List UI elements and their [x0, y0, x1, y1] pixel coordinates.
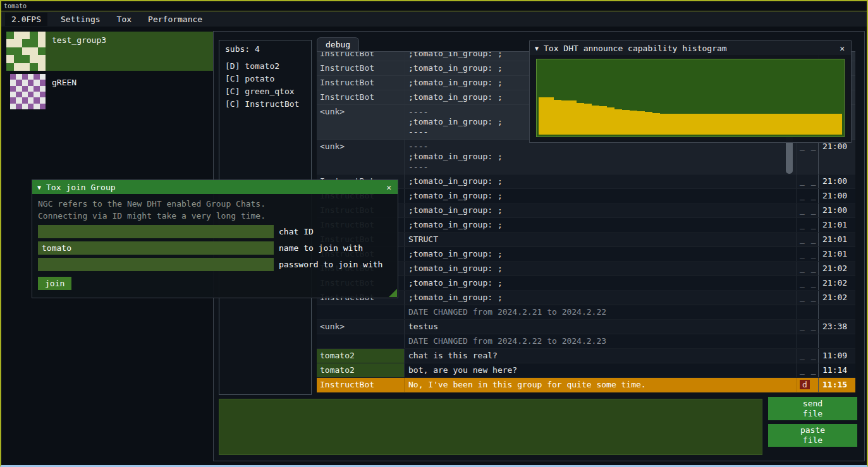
- join-name-input[interactable]: tomato: [38, 241, 274, 255]
- timestamp: [819, 305, 855, 319]
- delivery-marks: _ _: [797, 218, 819, 232]
- histogram-bar: [645, 112, 652, 135]
- histogram-bar: [569, 100, 577, 135]
- contact-avatar: [10, 74, 46, 109]
- date-separator-row[interactable]: DATE CHANGED from 2024.2.21 to 2024.2.22: [317, 305, 855, 320]
- histogram-bar: [675, 114, 683, 135]
- fps-counter: 2.0FPS: [5, 13, 47, 26]
- histogram-bar: [614, 109, 622, 135]
- timestamp: 21:02: [819, 291, 855, 305]
- join-password-input[interactable]: [38, 258, 274, 271]
- histogram-bar: [797, 114, 804, 135]
- timestamp: [819, 334, 855, 348]
- collapse-arrow-icon[interactable]: ▼: [535, 45, 539, 52]
- message-text: testus: [405, 320, 797, 334]
- message-text: No, I've been in this group for quite so…: [405, 378, 797, 392]
- histogram-bar: [812, 114, 819, 135]
- delivery-marks: _ _: [797, 363, 819, 377]
- tab-debug[interactable]: debug: [317, 37, 359, 51]
- contact-item-test-group3[interactable]: test_group3: [6, 32, 213, 71]
- subs-list-item[interactable]: [C] potato: [219, 73, 311, 85]
- histogram-bar: [630, 111, 637, 135]
- window-titlebar[interactable]: tomato: [1, 1, 867, 11]
- message-text: bot, are you new here?: [405, 363, 797, 377]
- timestamp: 21:01: [819, 218, 855, 232]
- message-text: STRUCT: [405, 233, 797, 246]
- timestamp: 21:00: [819, 140, 855, 174]
- message-text: ----;tomato_in_group: ;----: [405, 140, 797, 174]
- chat-message-row[interactable]: InstructBotNo, I've been in this group f…: [317, 378, 855, 392]
- histogram-bar: [584, 104, 592, 135]
- collapse-arrow-icon[interactable]: ▼: [37, 184, 41, 191]
- delivery-marks: [797, 305, 819, 319]
- join-name-label: name to join with: [279, 243, 363, 253]
- histogram-bar: [713, 114, 721, 135]
- histogram-bar: [774, 114, 781, 135]
- timestamp: 21:01: [819, 233, 855, 246]
- delivery-marks: _ _: [797, 262, 819, 276]
- resize-grip[interactable]: [389, 289, 397, 297]
- histogram-window: ▼ Tox DHT announce capability histogram …: [529, 40, 852, 143]
- delivery-marks: _ _: [797, 291, 819, 305]
- sender-name: tomato2: [317, 363, 405, 377]
- histogram-bar: [781, 114, 789, 135]
- timestamp: 21:02: [819, 276, 855, 290]
- join-group-titlebar[interactable]: ▼ Tox join Group ✕: [32, 180, 398, 194]
- histogram-bar: [834, 114, 842, 135]
- chat-id-input[interactable]: [38, 225, 274, 238]
- sender-name: <unk>: [317, 140, 405, 174]
- message-text: ;tomato_in_group: ;: [405, 218, 797, 232]
- menu-bar: 2.0FPSSettingsToxPerformance: [1, 11, 867, 27]
- timestamp: 11:09: [819, 349, 855, 363]
- join-info-line: NGC refers to the New DHT enabled Group …: [38, 198, 392, 210]
- chat-message-row[interactable]: <unk>----;tomato_in_group: ;----_ _21:00: [317, 140, 855, 174]
- join-group-window: ▼ Tox join Group ✕ NGC refers to the New…: [32, 179, 398, 298]
- menu-item-tox[interactable]: Tox: [109, 13, 140, 26]
- chat-message-row[interactable]: tomato2bot, are you new here?_ _11:14: [317, 363, 855, 378]
- subs-list-item[interactable]: [C] InstructBot: [219, 98, 311, 111]
- group-avatar: [6, 32, 46, 71]
- message-text: ;tomato_in_group: ;: [405, 291, 797, 305]
- timestamp: 21:00: [819, 203, 855, 217]
- delivery-marks: _ _: [797, 320, 819, 334]
- timestamp: 11:14: [819, 363, 855, 377]
- chat-message-row[interactable]: tomato2chat is this real?_ _11:09: [317, 349, 855, 363]
- histogram-bar: [827, 114, 834, 135]
- join-group-body: NGC refers to the New DHT enabled Group …: [32, 194, 398, 298]
- message-input[interactable]: [219, 399, 762, 455]
- histogram-bar: [706, 114, 713, 135]
- histogram-bar: [743, 114, 751, 135]
- histogram-bar: [804, 114, 812, 135]
- timestamp: 11:15: [819, 378, 855, 392]
- contact-name: gREEN: [52, 78, 76, 109]
- histogram-bar: [660, 114, 668, 135]
- message-text: chat is this real?: [405, 349, 797, 363]
- send-file-button[interactable]: send file: [768, 397, 857, 420]
- sender-name: <unk>: [317, 105, 405, 139]
- menu-item-performance[interactable]: Performance: [140, 13, 211, 26]
- histogram-bar: [592, 106, 599, 135]
- message-text: ;tomato_in_group: ;: [405, 174, 797, 188]
- histogram-bar: [751, 114, 759, 135]
- histogram-bar: [637, 111, 645, 135]
- histogram-bar: [652, 113, 660, 135]
- close-icon[interactable]: ✕: [838, 44, 846, 53]
- join-button[interactable]: join: [38, 277, 71, 290]
- delivery-marks: _ _: [797, 174, 819, 188]
- histogram-bar: [546, 97, 554, 135]
- histogram-bar: [819, 114, 827, 135]
- timestamp: 21:01: [819, 247, 855, 261]
- subs-list-item[interactable]: [C] green_qtox: [219, 85, 311, 98]
- menu-item-settings[interactable]: Settings: [52, 13, 109, 26]
- app-window: tomato 2.0FPSSettingsToxPerformance test…: [0, 0, 868, 467]
- sender-name: InstructBot: [317, 52, 405, 61]
- histogram-titlebar[interactable]: ▼ Tox DHT announce capability histogram …: [530, 41, 851, 55]
- contact-item-green[interactable]: gREEN: [6, 74, 213, 109]
- delivery-marks: _ _: [797, 349, 819, 363]
- paste-file-button[interactable]: paste file: [768, 424, 857, 447]
- subs-list-item[interactable]: [D] tomato2: [219, 60, 311, 73]
- close-icon[interactable]: ✕: [385, 183, 393, 192]
- date-separator-row[interactable]: DATE CHANGED from 2024.2.22 to 2024.2.23: [317, 334, 855, 349]
- join-group-title: Tox join Group: [46, 183, 116, 192]
- chat-message-row[interactable]: <unk>testus_ _23:38: [317, 320, 855, 334]
